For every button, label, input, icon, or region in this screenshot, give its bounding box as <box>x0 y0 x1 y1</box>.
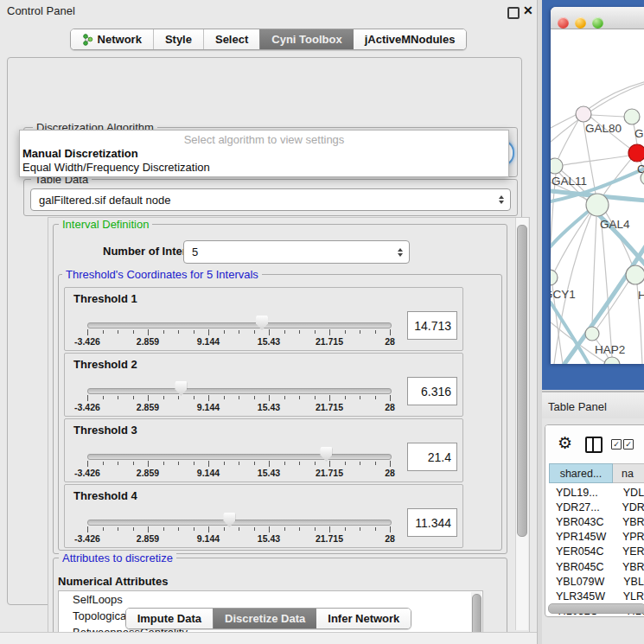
threshold-3-value-field[interactable] <box>407 443 457 471</box>
attribute-item-selfloops[interactable]: SelfLoops <box>59 591 482 608</box>
column-header-shared-name[interactable]: shared... <box>549 463 613 483</box>
tab-style[interactable]: Style <box>153 29 203 49</box>
network-node-gal4[interactable] <box>586 194 609 216</box>
table-row[interactable]: YDL19... YDL1 <box>549 485 644 500</box>
slider-track[interactable] <box>87 454 392 460</box>
tab-network[interactable]: Network <box>71 29 153 49</box>
dropdown-option-manual-discretization[interactable]: Manual Discretization <box>22 147 138 160</box>
slider-tick-label: 2.859 <box>137 468 159 478</box>
stepper-icon <box>398 248 403 257</box>
split-columns-icon[interactable] <box>585 437 603 453</box>
slider-tick <box>194 462 194 465</box>
network-edge <box>551 174 556 270</box>
table-data-combobox[interactable]: galFiltered.sif default node <box>30 188 511 211</box>
gear-icon[interactable]: ⚙ <box>558 435 572 451</box>
table-data-value: galFiltered.sif default node <box>31 194 499 207</box>
network-edge <box>590 81 644 108</box>
checkbox-checked-icon[interactable]: ✓ <box>611 439 622 450</box>
tab-jactivemnodules[interactable]: jActiveMNodules <box>354 29 467 49</box>
threshold-1-value-field[interactable] <box>407 311 457 340</box>
dropdown-option-equal-width-frequency[interactable]: Equal Width/Frequency Discretization <box>22 161 210 174</box>
tab-select[interactable]: Select <box>203 29 259 49</box>
tab-discretize-data[interactable]: Discretize Data <box>213 609 316 628</box>
tab-infer-network[interactable]: Infer Network <box>316 609 411 628</box>
checkbox-checked-icon[interactable]: ✓ <box>623 439 634 450</box>
slider-tick <box>208 395 209 401</box>
slider-tick <box>194 330 194 334</box>
network-canvas[interactable]: GAL80GCGAL11GAL4GCY1HHAP2 <box>551 29 644 364</box>
threshold-2-value-field[interactable] <box>407 377 457 405</box>
table-row[interactable]: YBL079W YBL0 <box>549 574 644 589</box>
slider-tick-label: 2.859 <box>137 336 159 347</box>
cell-name: YDR2 <box>609 501 644 513</box>
slider-tick <box>299 527 300 531</box>
network-node-g[interactable] <box>624 109 640 124</box>
table-row[interactable]: YBR045C YBR0 <box>549 559 644 574</box>
number-of-intervals-combobox[interactable]: 5 <box>183 240 410 264</box>
tab-cyni-toolbox[interactable]: Cyni Toolbox <box>259 29 353 49</box>
network-node-gcy1[interactable] <box>551 270 558 285</box>
threshold-label: Threshold 1 <box>73 292 137 305</box>
slider-tick <box>315 330 316 334</box>
network-edge <box>555 214 590 271</box>
slider-track[interactable] <box>87 520 392 526</box>
close-panel-icon[interactable]: ✕ <box>523 3 533 17</box>
slider-tick-label: -3.426 <box>74 336 100 347</box>
slider-tick-label: 15.43 <box>258 402 280 412</box>
minimize-light-icon[interactable] <box>575 17 586 29</box>
network-node[interactable] <box>604 357 620 364</box>
slider-tick-label: 15.43 <box>258 533 280 544</box>
slider-tick <box>345 462 346 465</box>
number-of-intervals-label: Number of Intervals <box>103 245 176 258</box>
threshold-label: Threshold 4 <box>73 489 137 502</box>
node-label-gcy1: GCY1 <box>551 288 576 301</box>
stepper-icon <box>499 195 504 204</box>
node-label-hap2: HAP2 <box>595 343 625 356</box>
table-row[interactable]: YER054C YER0 <box>549 545 644 559</box>
tab-label: Cyni Toolbox <box>271 33 341 46</box>
slider-tick-label: 28 <box>385 402 395 412</box>
network-icon <box>82 34 93 46</box>
table-row[interactable]: YDR27... YDR2 <box>549 500 644 514</box>
slider-tick <box>118 527 118 531</box>
table-row[interactable]: YLR345W YLR3 <box>549 589 644 603</box>
slider-tick <box>87 526 88 532</box>
tab-impute-data[interactable]: Impute Data <box>126 609 213 628</box>
network-node-gal11[interactable] <box>551 158 563 174</box>
slider-tick <box>224 330 225 334</box>
threshold-panel: Threshold 3 -3.4262.8599.14415.4321.7152… <box>64 418 463 482</box>
slider-track[interactable] <box>87 322 392 328</box>
network-node-hap2[interactable] <box>585 327 599 341</box>
network-edge <box>563 156 629 165</box>
network-desktop: GAL80GCGAL11GAL4GCY1HHAP2 <box>542 0 644 390</box>
slider-tick <box>148 329 149 335</box>
slider-tick <box>315 462 316 465</box>
slider-tick <box>254 396 255 399</box>
threshold-4-value-field[interactable] <box>407 508 457 537</box>
group-title: Interval Definition <box>59 218 152 231</box>
network-graph: GAL80GCGAL11GAL4GCY1HHAP2 <box>551 29 644 364</box>
horizontal-scrollbar-thumb[interactable] <box>548 603 644 614</box>
slider-track[interactable] <box>87 388 392 394</box>
threshold-label: Threshold 2 <box>73 358 137 371</box>
tab-label: Network <box>98 33 142 46</box>
cyni-toolbox-panel: Discretization Algorithm Select algorith… <box>7 57 522 605</box>
table-row[interactable]: YBR043C YBR0 <box>549 514 644 529</box>
slider-tick-label: 9.144 <box>197 468 220 478</box>
slider-tick <box>315 527 316 531</box>
zoom-light-icon[interactable] <box>592 17 603 29</box>
slider-tick <box>208 329 209 335</box>
slider-tick-label: -3.426 <box>74 533 100 544</box>
network-node-c[interactable] <box>628 144 644 162</box>
float-panel-icon[interactable] <box>507 7 520 19</box>
control-panel: Control Panel ✕ NetworkStyleSelectCyni T… <box>0 0 538 644</box>
network-node-gal80[interactable] <box>576 106 591 122</box>
column-header-name[interactable]: na <box>613 463 644 483</box>
slider-tick <box>269 526 270 532</box>
close-light-icon[interactable] <box>558 17 569 29</box>
table-row[interactable]: YPR145W YPR1 <box>549 530 644 545</box>
slider-tick <box>299 462 300 465</box>
network-node-h[interactable] <box>626 265 644 284</box>
vertical-scrollbar-thumb[interactable] <box>517 225 527 537</box>
slider-tick <box>178 330 179 334</box>
